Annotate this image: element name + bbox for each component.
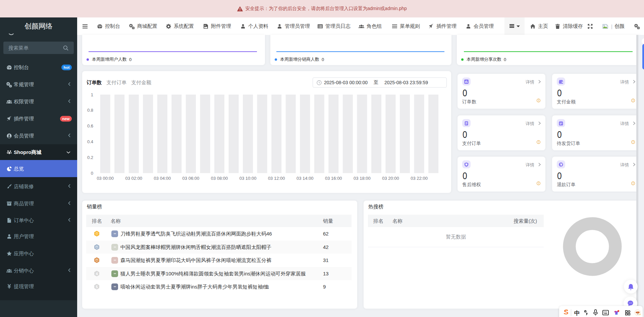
svg-text:1: 1 <box>91 92 93 97</box>
svg-text:03 18:00: 03 18:00 <box>354 176 371 181</box>
svg-text:03 12:00: 03 12:00 <box>268 176 285 181</box>
svg-text:0.8: 0.8 <box>87 108 93 113</box>
svg-text:0: 0 <box>91 171 93 176</box>
svg-text:03 06:00: 03 06:00 <box>182 176 200 181</box>
svg-text:03 14:00: 03 14:00 <box>297 176 314 181</box>
svg-text:03 22:00: 03 22:00 <box>411 176 428 181</box>
svg-text:5: 5 <box>96 285 98 289</box>
svg-text:0.2: 0.2 <box>87 155 93 160</box>
svg-text:03 10:00: 03 10:00 <box>239 176 257 181</box>
svg-text:4: 4 <box>96 271 98 275</box>
svg-text:03 00:00: 03 00:00 <box>97 176 114 181</box>
svg-text:03 08:00: 03 08:00 <box>211 176 228 181</box>
svg-text:03 20:00: 03 20:00 <box>382 176 399 181</box>
svg-text:0.4: 0.4 <box>87 139 93 144</box>
svg-text:03 02:00: 03 02:00 <box>125 176 142 181</box>
svg-text:03 04:00: 03 04:00 <box>154 176 171 181</box>
svg-text:0.6: 0.6 <box>87 123 93 128</box>
svg-text:03 16:00: 03 16:00 <box>325 176 342 181</box>
